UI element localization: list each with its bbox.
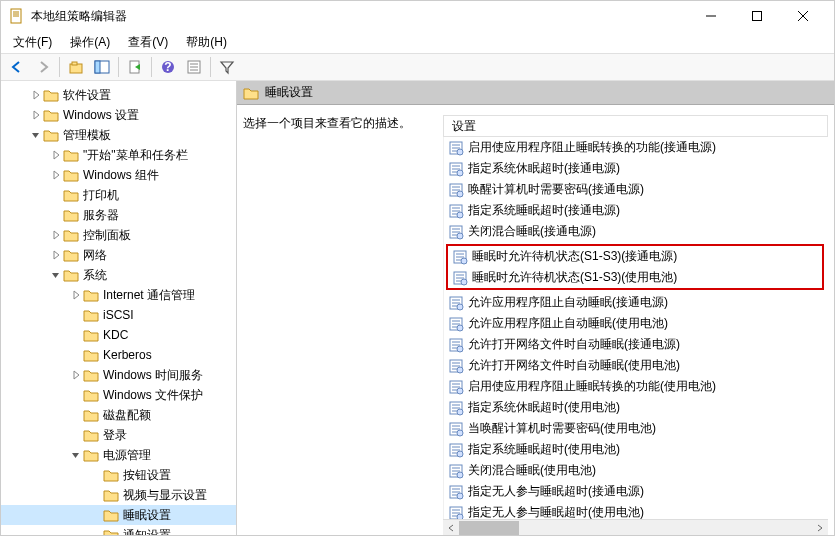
minimize-button[interactable] [688,1,734,31]
setting-item[interactable]: 启用使应用程序阻止睡眠转换的功能(使用电池) [444,376,828,397]
menu-action[interactable]: 操作(A) [62,32,118,53]
tree-item-n2_6_8_2[interactable]: 睡眠设置 [1,505,236,525]
tree-item-n2_6_7[interactable]: 登录 [1,425,236,445]
expander-closed-icon[interactable] [49,228,63,242]
folder-icon [103,528,119,535]
svg-point-98 [457,472,463,478]
expander-closed-icon[interactable] [29,108,43,122]
scroll-thumb[interactable] [459,521,519,535]
tree-item-label: 系统 [83,267,107,284]
settings-list[interactable]: 启用使应用程序阻止睡眠转换的功能(接通电源)指定系统休眠超时(接通电源)唤醒计算… [443,137,828,519]
expander-closed-icon[interactable] [49,248,63,262]
setting-item[interactable]: 允许应用程序阻止自动睡眠(使用电池) [444,313,828,334]
tree-item-n2_6_8_1[interactable]: 视频与显示设置 [1,485,236,505]
back-button[interactable] [5,55,29,79]
tree-item-label: KDC [103,328,128,342]
setting-label: 启用使应用程序阻止睡眠转换的功能(使用电池) [468,378,716,395]
expander-closed-icon[interactable] [49,168,63,182]
details-description: 选择一个项目来查看它的描述。 [243,115,443,535]
expander-closed-icon[interactable] [69,368,83,382]
help-button[interactable]: ? [156,55,180,79]
export-button[interactable] [123,55,147,79]
tree-item-n2_2[interactable]: 打印机 [1,185,236,205]
setting-item[interactable]: 允许应用程序阻止自动睡眠(接通电源) [444,292,828,313]
setting-item[interactable]: 允许打开网络文件时自动睡眠(使用电池) [444,355,828,376]
tree-item-n2_4[interactable]: 控制面板 [1,225,236,245]
setting-label: 指定系统睡眠超时(使用电池) [468,441,620,458]
scroll-left-icon[interactable] [443,520,459,536]
setting-item[interactable]: 启用使应用程序阻止睡眠转换的功能(接通电源) [444,137,828,158]
setting-item[interactable]: 允许打开网络文件时自动睡眠(接通电源) [444,334,828,355]
tree-item-n2_3[interactable]: 服务器 [1,205,236,225]
tree-panel[interactable]: 软件设置Windows 设置管理模板"开始"菜单和任务栏Windows 组件打印… [1,81,237,535]
svg-point-23 [457,149,463,155]
properties-button[interactable] [182,55,206,79]
close-button[interactable] [780,1,826,31]
setting-label: 指定系统休眠超时(接通电源) [468,160,620,177]
tree-item-n2_6_0[interactable]: Internet 通信管理 [1,285,236,305]
tree-item-n1[interactable]: Windows 设置 [1,105,236,125]
setting-item[interactable]: 指定无人参与睡眠超时(使用电池) [444,502,828,519]
tree-item-n2_6[interactable]: 系统 [1,265,236,285]
tree-item-n2_6_3[interactable]: Kerberos [1,345,236,365]
setting-item[interactable]: 当唤醒计算机时需要密码(使用电池) [444,418,828,439]
horizontal-scrollbar[interactable] [443,519,828,535]
svg-point-63 [457,325,463,331]
tree-item-n2_6_4[interactable]: Windows 时间服务 [1,365,236,385]
tree-item-n2_6_8_0[interactable]: 按钮设置 [1,465,236,485]
tree-item-label: 睡眠设置 [123,507,171,524]
expander-open-icon[interactable] [69,448,83,462]
expander-none [89,468,103,482]
setting-label: 关闭混合睡眠(使用电池) [468,462,596,479]
details-header: 睡眠设置 [237,81,834,105]
up-button[interactable] [64,55,88,79]
tree-item-n2_6_6[interactable]: 磁盘配额 [1,405,236,425]
tree-item-n2_6_1[interactable]: iSCSI [1,305,236,325]
tree-item-n2[interactable]: 管理模板 [1,125,236,145]
expander-closed-icon[interactable] [49,148,63,162]
setting-item[interactable]: 睡眠时允许待机状态(S1-S3)(使用电池) [448,267,822,288]
tree-item-n2_0[interactable]: "开始"菜单和任务栏 [1,145,236,165]
setting-item[interactable]: 唤醒计算机时需要密码(接通电源) [444,179,828,200]
tree-item-n2_5[interactable]: 网络 [1,245,236,265]
filter-button[interactable] [215,55,239,79]
expander-none [89,488,103,502]
policy-setting-icon [448,358,464,374]
setting-item[interactable]: 指定系统休眠超时(接通电源) [444,158,828,179]
expander-open-icon[interactable] [49,268,63,282]
expander-open-icon[interactable] [29,128,43,142]
tree-item-n2_6_8_3[interactable]: 通知设置 [1,525,236,535]
setting-item[interactable]: 关闭混合睡眠(接通电源) [444,221,828,242]
show-hide-tree-button[interactable] [90,55,114,79]
policy-setting-icon [448,295,464,311]
setting-item[interactable]: 指定无人参与睡眠超时(接通电源) [444,481,828,502]
tree-item-n2_6_2[interactable]: KDC [1,325,236,345]
folder-icon [83,348,99,362]
tree-item-n2_6_5[interactable]: Windows 文件保护 [1,385,236,405]
tree-item-n2_6_8[interactable]: 电源管理 [1,445,236,465]
menu-view[interactable]: 查看(V) [120,32,176,53]
setting-item[interactable]: 关闭混合睡眠(使用电池) [444,460,828,481]
maximize-button[interactable] [734,1,780,31]
setting-item[interactable]: 指定系统睡眠超时(接通电源) [444,200,828,221]
toolbar: ? [1,53,834,81]
tree-item-n2_1[interactable]: Windows 组件 [1,165,236,185]
setting-item[interactable]: 指定系统休眠超时(使用电池) [444,397,828,418]
folder-icon [43,108,59,122]
setting-item[interactable]: 睡眠时允许待机状态(S1-S3)(接通电源) [448,246,822,267]
expander-closed-icon[interactable] [29,88,43,102]
scroll-right-icon[interactable] [812,520,828,536]
setting-item[interactable]: 指定系统睡眠超时(使用电池) [444,439,828,460]
tree-item-n0[interactable]: 软件设置 [1,85,236,105]
expander-closed-icon[interactable] [69,288,83,302]
setting-label: 指定系统休眠超时(使用电池) [468,399,620,416]
tree-item-label: Kerberos [103,348,152,362]
column-header-setting[interactable]: 设置 [443,115,828,137]
folder-icon [83,328,99,342]
tree-item-label: Internet 通信管理 [103,287,195,304]
forward-button[interactable] [31,55,55,79]
menu-help[interactable]: 帮助(H) [178,32,235,53]
setting-label: 允许打开网络文件时自动睡眠(使用电池) [468,357,680,374]
menu-file[interactable]: 文件(F) [5,32,60,53]
highlight-annotation: 睡眠时允许待机状态(S1-S3)(接通电源)睡眠时允许待机状态(S1-S3)(使… [446,244,824,290]
